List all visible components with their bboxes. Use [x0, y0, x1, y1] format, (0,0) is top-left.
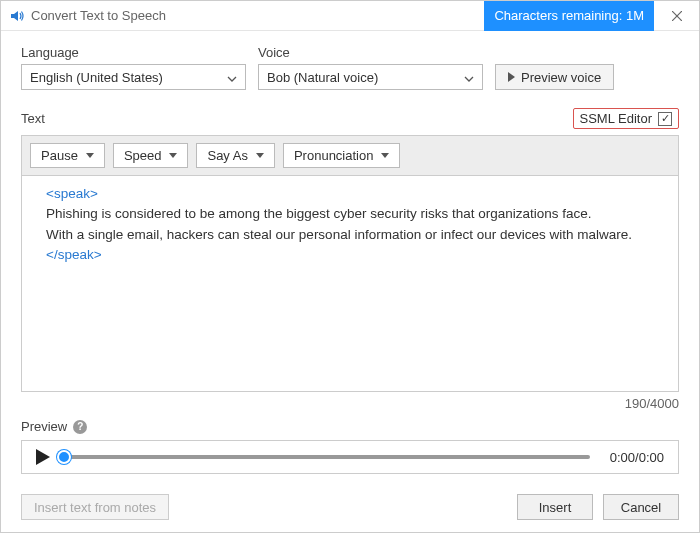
checkbox-checked-icon: ✓ [658, 112, 672, 126]
pronunciation-dropdown[interactable]: Pronunciation [283, 143, 401, 168]
chevron-down-icon [464, 70, 474, 85]
caret-down-icon [256, 153, 264, 158]
say-as-dropdown[interactable]: Say As [196, 143, 274, 168]
char-counter: 190/4000 [21, 396, 679, 411]
slider-thumb[interactable] [57, 450, 71, 464]
help-icon[interactable]: ? [73, 420, 87, 434]
insert-button[interactable]: Insert [517, 494, 593, 520]
titlebar: Convert Text to Speech Characters remain… [1, 1, 699, 31]
caret-down-icon [169, 153, 177, 158]
cancel-button[interactable]: Cancel [603, 494, 679, 520]
insert-from-notes-button: Insert text from notes [21, 494, 169, 520]
play-button[interactable] [36, 449, 50, 465]
seek-slider[interactable] [64, 455, 590, 459]
language-value: English (United States) [30, 70, 163, 85]
text-label: Text [21, 111, 45, 126]
play-icon [508, 72, 515, 82]
ssml-toolbar: Pause Speed Say As Pronunciation [21, 135, 679, 175]
window-title: Convert Text to Speech [31, 8, 166, 23]
language-label: Language [21, 45, 246, 60]
tts-dialog: Convert Text to Speech Characters remain… [0, 0, 700, 533]
app-icon [9, 8, 25, 24]
pause-dropdown[interactable]: Pause [30, 143, 105, 168]
voice-value: Bob (Natural voice) [267, 70, 378, 85]
chevron-down-icon [227, 70, 237, 85]
voice-select[interactable]: Bob (Natural voice) [258, 64, 483, 90]
ssml-editor-toggle[interactable]: SSML Editor ✓ [573, 108, 680, 129]
time-display: 0:00/0:00 [604, 450, 664, 465]
preview-voice-button[interactable]: Preview voice [495, 64, 614, 90]
close-icon [672, 11, 682, 21]
voice-label: Voice [258, 45, 483, 60]
close-button[interactable] [654, 1, 699, 31]
ssml-close-tag: </speak> [46, 245, 654, 265]
preview-label: Preview [21, 419, 67, 434]
preview-voice-label: Preview voice [521, 70, 601, 85]
chars-remaining-badge: Characters remaining: 1M [484, 1, 654, 31]
dialog-body: Language English (United States) Voice B… [1, 31, 699, 532]
ssml-open-tag: <speak> [46, 184, 654, 204]
editor-line: Phishing is considered to be among the b… [46, 204, 654, 224]
audio-player: 0:00/0:00 [21, 440, 679, 474]
ssml-text-editor[interactable]: <speak> Phishing is considered to be amo… [21, 175, 679, 392]
caret-down-icon [381, 153, 389, 158]
language-select[interactable]: English (United States) [21, 64, 246, 90]
editor-line: With a single email, hackers can steal o… [46, 225, 654, 245]
caret-down-icon [86, 153, 94, 158]
ssml-editor-label: SSML Editor [580, 111, 653, 126]
speed-dropdown[interactable]: Speed [113, 143, 189, 168]
